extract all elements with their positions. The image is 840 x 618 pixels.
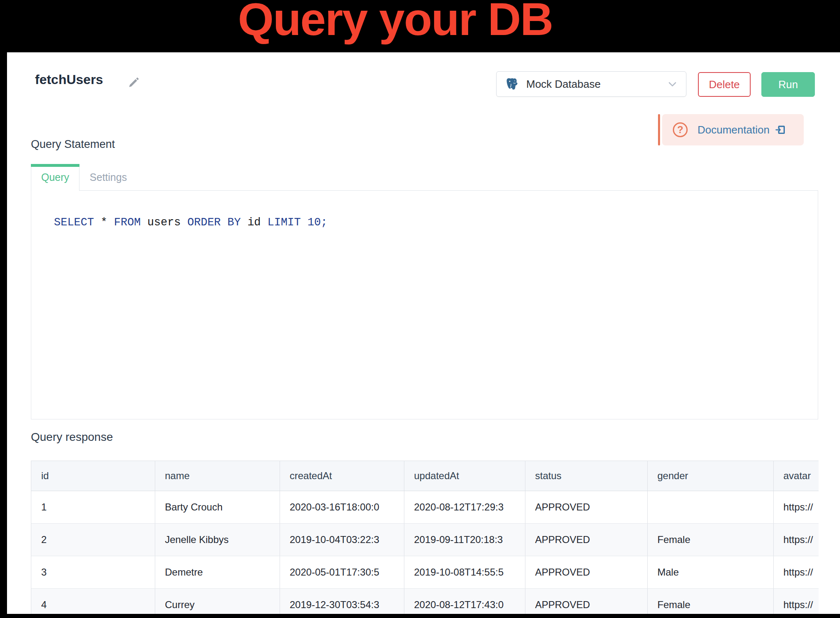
column-header-id: id bbox=[31, 461, 155, 491]
cell-updatedAt: 2019-10-08T14:55:5 bbox=[404, 556, 525, 588]
cell-updatedAt: 2019-09-11T20:18:3 bbox=[404, 523, 525, 556]
cell-status: APPROVED bbox=[525, 523, 647, 556]
cell-updatedAt: 2020-08-12T17:43:0 bbox=[404, 588, 525, 614]
cell-createdAt: 2020-03-16T18:00:0 bbox=[280, 491, 404, 523]
cell-avatar: https:// bbox=[773, 556, 819, 588]
cell-gender: Male bbox=[647, 556, 773, 588]
tab-query[interactable]: Query bbox=[31, 164, 79, 191]
query-statement-label: Query Statement bbox=[31, 138, 115, 151]
cell-name: Currey bbox=[155, 588, 280, 614]
table-header-row: idnamecreatedAtupdatedAtstatusgenderavat… bbox=[31, 461, 819, 491]
cell-id: 2 bbox=[31, 523, 155, 556]
table-row: 3Demetre2020-05-01T17:30:52019-10-08T14:… bbox=[31, 556, 819, 588]
documentation-accent-bar bbox=[658, 114, 660, 145]
cell-gender: Female bbox=[647, 523, 773, 556]
chevron-down-icon bbox=[667, 79, 678, 89]
query-response-table: idnamecreatedAtupdatedAtstatusgenderavat… bbox=[31, 461, 819, 614]
run-button[interactable]: Run bbox=[761, 72, 815, 97]
cell-id: 3 bbox=[31, 556, 155, 588]
cell-avatar: https:// bbox=[773, 523, 819, 556]
cell-updatedAt: 2020-08-12T17:29:3 bbox=[404, 491, 525, 523]
column-header-createdAt: createdAt bbox=[280, 461, 404, 491]
external-link-icon bbox=[775, 124, 787, 136]
cell-createdAt: 2020-05-01T17:30:5 bbox=[280, 556, 404, 588]
column-header-name: name bbox=[155, 461, 280, 491]
pencil-icon[interactable] bbox=[128, 76, 140, 89]
column-header-updatedAt: updatedAt bbox=[404, 461, 525, 491]
table-row: 1Barty Crouch2020-03-16T18:00:02020-08-1… bbox=[31, 491, 819, 523]
cell-avatar: https:// bbox=[773, 588, 819, 614]
column-header-status: status bbox=[525, 461, 647, 491]
sql-statement: SELECT * FROM users ORDER BY id LIMIT 10… bbox=[54, 216, 327, 229]
tab-settings[interactable]: Settings bbox=[79, 164, 137, 191]
page-title: Query your DB bbox=[0, 0, 791, 46]
query-response-table-container[interactable]: idnamecreatedAtupdatedAtstatusgenderavat… bbox=[31, 461, 819, 614]
documentation-link[interactable]: ? Documentation bbox=[662, 114, 804, 145]
query-name: fetchUsers bbox=[35, 72, 103, 87]
documentation-label: Documentation bbox=[698, 124, 770, 136]
database-selector-value: Mock Database bbox=[526, 78, 667, 91]
cell-createdAt: 2019-12-30T03:54:3 bbox=[280, 588, 404, 614]
cell-status: APPROVED bbox=[525, 588, 647, 614]
table-row: 2Jenelle Kibbys2019-10-04T03:22:32019-09… bbox=[31, 523, 819, 556]
postgresql-icon bbox=[505, 77, 520, 91]
column-header-gender: gender bbox=[647, 461, 773, 491]
cell-status: APPROVED bbox=[525, 556, 647, 588]
cell-id: 1 bbox=[31, 491, 155, 523]
delete-button[interactable]: Delete bbox=[698, 72, 751, 97]
app-panel: fetchUsers Mock Database Delete Run ? bbox=[7, 52, 840, 614]
cell-id: 4 bbox=[31, 588, 155, 614]
cell-gender bbox=[647, 491, 773, 523]
table-row: 4Currey2019-12-30T03:54:32020-08-12T17:4… bbox=[31, 588, 819, 614]
cell-name: Jenelle Kibbys bbox=[155, 523, 280, 556]
cell-createdAt: 2019-10-04T03:22:3 bbox=[280, 523, 404, 556]
question-circle-icon: ? bbox=[673, 122, 688, 137]
sql-editor[interactable]: SELECT * FROM users ORDER BY id LIMIT 10… bbox=[31, 191, 818, 419]
cell-name: Demetre bbox=[155, 556, 280, 588]
cell-name: Barty Crouch bbox=[155, 491, 280, 523]
cell-status: APPROVED bbox=[525, 491, 647, 523]
column-header-avatar: avatar bbox=[773, 461, 819, 491]
cell-gender: Female bbox=[647, 588, 773, 614]
cell-avatar: https:// bbox=[773, 491, 819, 523]
query-response-label: Query response bbox=[31, 431, 113, 444]
database-selector[interactable]: Mock Database bbox=[496, 71, 686, 97]
